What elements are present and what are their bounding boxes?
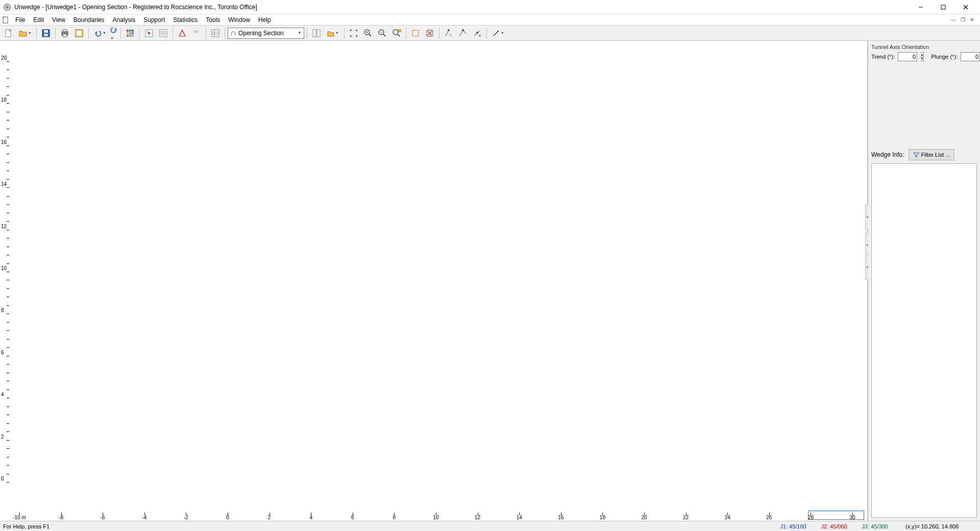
toolbar-separator bbox=[486, 28, 487, 39]
svg-point-59 bbox=[448, 29, 450, 31]
ruler-x-label: 22 bbox=[683, 515, 689, 520]
mdi-minimize-button[interactable]: — bbox=[949, 16, 958, 23]
measure-button[interactable]: ▼ bbox=[489, 27, 507, 40]
trend-label: Trend (°): bbox=[871, 54, 895, 60]
menu-support[interactable]: Support bbox=[139, 15, 169, 25]
tunnel-axis-group: Tunnel Axis Orientation Trend (°): ▲▼ Pl… bbox=[871, 44, 977, 63]
analysis-settings-button[interactable]: ?33134 bbox=[190, 27, 203, 40]
menu-file[interactable]: File bbox=[11, 15, 29, 25]
print-preview-button[interactable] bbox=[72, 27, 86, 40]
ruler-y-label: 6 bbox=[1, 350, 4, 355]
maximize-button[interactable] bbox=[932, 0, 954, 14]
delete-vertex-button[interactable] bbox=[471, 27, 484, 40]
svg-text:134: 134 bbox=[193, 29, 199, 29]
canvas-wrap: 02468101214161820 -10 m-8-6-4-2024681012… bbox=[0, 41, 868, 521]
menu-tools[interactable]: Tools bbox=[202, 15, 224, 25]
side-panel: ◂ ◂ ◂ Tunnel Axis Orientation Trend (°):… bbox=[868, 41, 980, 521]
panel-collapse-handle-3[interactable]: ◂ bbox=[865, 254, 868, 280]
svg-rect-2 bbox=[941, 5, 945, 9]
ruler-y-label: 0 bbox=[1, 476, 4, 481]
svg-line-53 bbox=[398, 34, 400, 36]
svg-rect-13 bbox=[63, 34, 67, 37]
mdi-close-button[interactable]: ✕ bbox=[968, 16, 976, 23]
zoom-out-button[interactable] bbox=[376, 27, 389, 40]
ruler-y-label: 8 bbox=[1, 307, 4, 313]
drawing-surface[interactable] bbox=[9, 41, 867, 513]
menu-view[interactable]: View bbox=[48, 15, 69, 25]
redo-button[interactable]: ▼ bbox=[110, 26, 118, 41]
title-bar: Unwedge - [Unwedge1 - Opening Section - … bbox=[0, 0, 980, 14]
layout-button[interactable]: ▼ bbox=[324, 27, 341, 40]
wedge-info-list[interactable] bbox=[871, 163, 977, 518]
svg-point-52 bbox=[393, 30, 398, 35]
status-joint-1: J1: 45/180 bbox=[773, 523, 814, 529]
trend-spinner[interactable]: ▲▼ bbox=[920, 52, 924, 61]
close-button[interactable] bbox=[954, 0, 977, 14]
ruler-y-label: 18 bbox=[1, 97, 7, 103]
zoom-window-button[interactable] bbox=[390, 27, 403, 40]
menu-window[interactable]: Window bbox=[224, 15, 254, 25]
toolbar: ▼ ▼ ▼ ?33134 Opening Section ▼ ▼ ▼ bbox=[0, 26, 980, 41]
ruler-x-label: -4 bbox=[142, 515, 146, 520]
split-view-button[interactable] bbox=[310, 27, 323, 40]
view-selector-label: Opening Section bbox=[238, 30, 284, 37]
svg-rect-54 bbox=[398, 30, 401, 32]
open-file-button[interactable]: ▼ bbox=[16, 27, 34, 40]
document-icon bbox=[2, 16, 9, 23]
panel-collapse-handle[interactable]: ◂ bbox=[865, 204, 868, 230]
svg-point-61 bbox=[476, 32, 478, 34]
svg-rect-22 bbox=[129, 32, 131, 34]
edit-vertex-button[interactable] bbox=[442, 27, 455, 40]
minimize-button[interactable] bbox=[910, 0, 932, 14]
delete-opening-button[interactable] bbox=[423, 27, 436, 40]
add-opening-button[interactable] bbox=[409, 27, 422, 40]
wedge-info-label: Wedge Info: bbox=[871, 151, 904, 158]
svg-rect-23 bbox=[132, 32, 134, 34]
canvas-area[interactable]: 02468101214161820 -10 m-8-6-4-2024681012… bbox=[0, 41, 867, 521]
menu-boundaries[interactable]: Boundaries bbox=[69, 15, 109, 25]
toolbar-separator bbox=[206, 28, 206, 39]
toolbar-separator bbox=[139, 28, 140, 39]
horizontal-ruler: -10 m-8-6-4-2024681012141618202224262830 bbox=[9, 513, 867, 521]
new-file-button[interactable] bbox=[2, 27, 15, 40]
ruler-x-label: 18 bbox=[600, 515, 605, 520]
undo-button[interactable]: ▼ bbox=[91, 27, 109, 40]
save-button[interactable] bbox=[39, 27, 53, 40]
properties-button[interactable] bbox=[157, 27, 170, 40]
zoom-in-button[interactable] bbox=[361, 27, 375, 40]
select-tool-button[interactable] bbox=[142, 27, 156, 40]
ruler-x-label: -8 bbox=[59, 515, 63, 520]
print-button[interactable] bbox=[58, 27, 71, 40]
data-table-button[interactable] bbox=[209, 27, 222, 40]
filter-list-button[interactable]: Filter List ... bbox=[909, 149, 955, 160]
svg-point-60 bbox=[462, 29, 464, 31]
ruler-x-label: -10 m bbox=[13, 515, 26, 520]
plunge-input[interactable] bbox=[961, 52, 980, 61]
status-bar: For Help, press F1 J1: 45/180 J2: 45/060… bbox=[0, 521, 980, 531]
move-vertex-button[interactable] bbox=[456, 27, 470, 40]
spinner-down-icon[interactable]: ▼ bbox=[920, 57, 923, 61]
zoom-extents-button[interactable] bbox=[347, 27, 360, 40]
view-selector-combo[interactable]: Opening Section ▼ bbox=[228, 28, 304, 39]
toolbar-separator bbox=[439, 28, 439, 39]
menu-edit[interactable]: Edit bbox=[29, 15, 48, 25]
joints-button[interactable] bbox=[176, 27, 189, 40]
ruler-y-label: 2 bbox=[1, 434, 4, 440]
ruler-x-label: 8 bbox=[393, 515, 396, 520]
coordinate-input[interactable] bbox=[808, 511, 864, 520]
trend-input[interactable] bbox=[898, 52, 917, 61]
menu-statistics[interactable]: Statistics bbox=[169, 15, 202, 25]
svg-rect-55 bbox=[412, 30, 419, 36]
svg-marker-44 bbox=[355, 35, 357, 37]
spinner-up-icon[interactable]: ▲ bbox=[920, 53, 923, 57]
svg-rect-39 bbox=[313, 30, 316, 37]
chevron-down-icon: ▼ bbox=[28, 31, 32, 35]
ruler-x-label: 6 bbox=[351, 515, 354, 520]
status-joint-2: J2: 45/060 bbox=[814, 523, 854, 529]
grid-colors-button[interactable] bbox=[124, 27, 137, 40]
menu-analysis[interactable]: Analysis bbox=[109, 15, 140, 25]
mdi-restore-button[interactable]: ❐ bbox=[959, 16, 967, 23]
ruler-x-label: 0 bbox=[226, 515, 229, 520]
menu-help[interactable]: Help bbox=[254, 15, 275, 25]
status-coordinates: (x,y)= 10.260, 14.806 bbox=[905, 523, 977, 529]
